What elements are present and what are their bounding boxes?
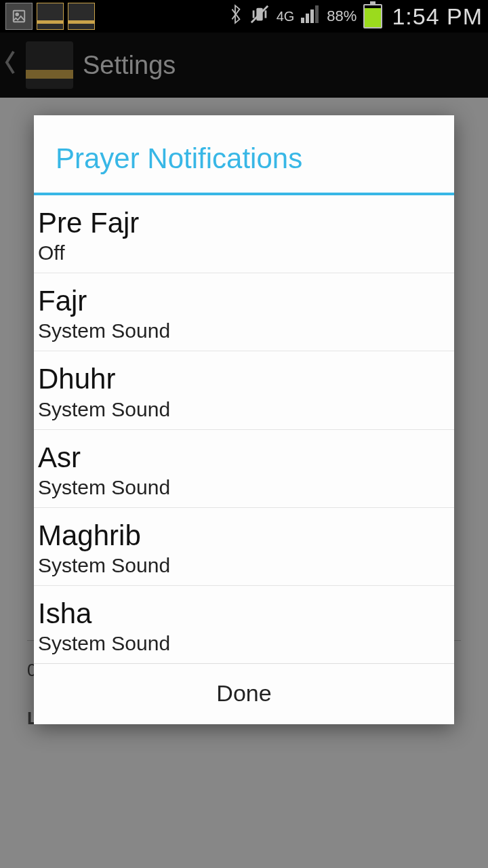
prayer-item-value: System Sound: [38, 632, 450, 655]
battery-fill: [365, 8, 381, 27]
vibrate-icon: [249, 4, 270, 29]
dialog-list: Pre Fajr Off Fajr System Sound Dhuhr Sys…: [34, 195, 454, 664]
prayer-item-dhuhr[interactable]: Dhuhr System Sound: [34, 351, 454, 429]
dialog-title: Prayer Notifications: [34, 115, 454, 193]
bluetooth-icon: [228, 4, 243, 29]
battery-icon: [363, 4, 382, 28]
svg-rect-3: [252, 10, 254, 18]
prayer-item-title: Pre Fajr: [38, 208, 450, 239]
gallery-notification-icon: [5, 3, 33, 30]
kaaba-notification-icon: [68, 3, 95, 30]
prayer-item-asr[interactable]: Asr System Sound: [34, 430, 454, 508]
svg-rect-0: [14, 11, 25, 22]
kaaba-notification-icon: [37, 3, 64, 30]
prayer-item-title: Fajr: [38, 285, 450, 317]
prayer-item-title: Asr: [38, 442, 450, 473]
prayer-item-value: System Sound: [38, 398, 450, 421]
svg-rect-4: [264, 10, 266, 18]
svg-rect-8: [310, 9, 314, 23]
done-button[interactable]: Done: [216, 680, 271, 707]
svg-rect-7: [306, 14, 309, 23]
prayer-item-fajr[interactable]: Fajr System Sound: [34, 273, 454, 351]
prayer-item-title: Maghrib: [38, 520, 450, 551]
prayer-item-value: System Sound: [38, 554, 450, 577]
svg-rect-6: [301, 18, 304, 23]
dialog-footer: Done: [34, 664, 454, 724]
prayer-item-isha[interactable]: Isha System Sound: [34, 586, 454, 664]
network-type-label: 4G: [277, 9, 295, 23]
prayer-item-value: System Sound: [38, 476, 450, 499]
svg-point-1: [16, 13, 18, 16]
prayer-item-title: Dhuhr: [38, 363, 450, 395]
prayer-item-title: Isha: [38, 598, 450, 629]
svg-rect-9: [315, 5, 319, 23]
prayer-item-maghrib[interactable]: Maghrib System Sound: [34, 508, 454, 586]
prayer-item-value: Off: [38, 241, 450, 264]
prayer-item-pre-fajr[interactable]: Pre Fajr Off: [34, 195, 454, 273]
prayer-notifications-dialog: Prayer Notifications Pre Fajr Off Fajr S…: [34, 115, 454, 724]
prayer-item-value: System Sound: [38, 319, 450, 342]
signal-icon: [301, 5, 320, 28]
clock-label: 1:54 PM: [392, 3, 483, 30]
status-bar: 4G 88% 1:54 PM: [0, 0, 488, 33]
battery-percent-label: 88%: [327, 7, 357, 25]
